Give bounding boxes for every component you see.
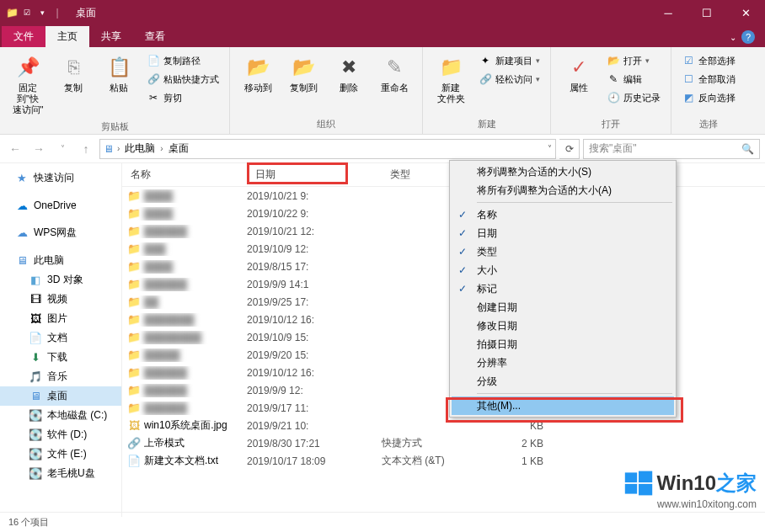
watermark-url: www.win10xitong.com	[623, 498, 757, 510]
newitem-button[interactable]: ✦新建项目 ▾	[475, 52, 543, 69]
file-icon: 📁	[127, 331, 141, 344]
sidebar-item-3d[interactable]: ◧3D 对象	[0, 270, 121, 290]
main-area: ★快速访问 ☁OneDrive ☁WPS网盘 🖥此电脑 ◧3D 对象 🎞视频 🖼…	[0, 163, 765, 517]
ctx-rating[interactable]: 分级	[452, 372, 674, 391]
minimize-button[interactable]: ─	[649, 0, 687, 25]
file-date: 2019/8/15 17:	[247, 261, 382, 273]
help-icon[interactable]: ?	[741, 30, 755, 44]
maximize-button[interactable]: ☐	[687, 0, 726, 25]
newfolder-button[interactable]: 📁新建 文件夹	[430, 51, 472, 108]
sidebar-item-quick[interactable]: ★快速访问	[0, 168, 121, 188]
ctx-type[interactable]: ✓类型	[452, 242, 674, 261]
column-context-menu: 将列调整为合适的大小(S) 将所有列调整为合适的大小(A) ✓名称 ✓日期 ✓类…	[449, 160, 677, 418]
open-button[interactable]: 📂打开 ▾	[603, 52, 664, 69]
sidebar-item-localc[interactable]: 💽本地磁盘 (C:)	[0, 406, 121, 425]
ctx-size[interactable]: ✓大小	[452, 261, 674, 279]
ribbon-tabs: 文件 主页 共享 查看 ⌄ ?	[0, 25, 765, 47]
pc-icon: 🖥	[15, 254, 29, 268]
back-button[interactable]: ←	[5, 139, 25, 159]
pin-quickaccess-button[interactable]: 📌 固定到"快 速访问"	[7, 51, 49, 119]
copy-button[interactable]: ⎘ 复制	[52, 51, 94, 97]
close-button[interactable]: ✕	[726, 0, 765, 25]
pasteshortcut-button[interactable]: 🔗粘贴快捷方式	[143, 71, 222, 88]
table-row[interactable]: 🔗上帝模式2019/8/30 17:21快捷方式2 KB	[122, 434, 765, 452]
ctx-other[interactable]: 其他(M)...	[452, 396, 674, 415]
forward-button[interactable]: →	[29, 139, 49, 159]
selectnone-button[interactable]: ☐全部取消	[678, 71, 739, 88]
breadcrumb-desktop[interactable]: 桌面	[167, 141, 190, 156]
sidebar-item-wps[interactable]: ☁WPS网盘	[0, 223, 121, 242]
table-row[interactable]: 📄新建文本文档.txt2019/10/17 18:09文本文档 (&T)1 KB	[122, 452, 765, 470]
invert-button[interactable]: ◩反向选择	[678, 89, 739, 106]
sidebar-item-filee[interactable]: 💽文件 (E:)	[0, 444, 121, 464]
ctx-modified[interactable]: 修改日期	[452, 317, 674, 335]
help-area[interactable]: ⌄ ?	[720, 27, 765, 47]
qat-dropdown[interactable]: ▾	[35, 6, 49, 19]
paste-button[interactable]: 📋 粘贴	[98, 51, 140, 97]
address-path[interactable]: 🖥 › 此电脑 › 桌面 ˅	[99, 139, 556, 159]
search-box[interactable]: 搜索"桌面" 🔍	[583, 139, 760, 159]
edit-button[interactable]: ✎编辑	[603, 71, 664, 88]
tab-file[interactable]: 文件	[2, 26, 45, 47]
search-icon[interactable]: 🔍	[741, 143, 754, 155]
file-date: 2019/9/9 12:	[247, 385, 382, 396]
cut-button[interactable]: ✂剪切	[143, 89, 222, 106]
sidebar-item-documents[interactable]: 📄文档	[0, 328, 121, 348]
col-date[interactable]: 日期	[247, 168, 382, 182]
ctx-created[interactable]: 创建日期	[452, 298, 674, 317]
sidebar-item-usb[interactable]: 💽老毛桃U盘	[0, 464, 121, 483]
sidebar-item-thispc[interactable]: 🖥此电脑	[0, 251, 121, 270]
file-name: 上帝模式	[144, 436, 185, 450]
rename-button[interactable]: ✎重命名	[373, 51, 415, 97]
history-button[interactable]: 🕘历史记录	[603, 89, 664, 106]
refresh-button[interactable]: ⟳	[559, 139, 580, 159]
ctx-tag[interactable]: ✓标记	[452, 279, 674, 298]
sidebar-item-downloads[interactable]: ⬇下载	[0, 348, 121, 367]
sidebar-item-videos[interactable]: 🎞视频	[0, 290, 121, 309]
tab-share[interactable]: 共享	[89, 26, 133, 47]
star-icon: ★	[15, 172, 29, 185]
qat-icon[interactable]: ☑	[20, 6, 34, 19]
ctx-fit-column[interactable]: 将列调整为合适的大小(S)	[452, 162, 674, 181]
easyaccess-button[interactable]: 🔗轻松访问 ▾	[475, 71, 543, 88]
ctx-date[interactable]: ✓日期	[452, 224, 674, 242]
up-button[interactable]: ↑	[76, 139, 96, 159]
svg-rect-0	[624, 472, 636, 482]
properties-button[interactable]: ✓属性	[558, 51, 600, 97]
sidebar-item-onedrive[interactable]: ☁OneDrive	[0, 196, 121, 215]
sidebar-item-desktop[interactable]: 🖥桌面	[0, 386, 121, 406]
video-icon: 🎞	[29, 293, 42, 306]
sidebar-item-softd[interactable]: 💽软件 (D:)	[0, 425, 121, 444]
breadcrumb-thispc[interactable]: 此电脑	[123, 141, 157, 156]
copypath-button[interactable]: 📄复制路径	[143, 52, 222, 69]
navigation-pane: ★快速访问 ☁OneDrive ☁WPS网盘 🖥此电脑 ◧3D 对象 🎞视频 🖼…	[0, 163, 122, 517]
table-row[interactable]: 🖼win10系统桌面.jpg2019/9/21 10:KB	[122, 417, 765, 434]
check-icon: ✓	[458, 246, 467, 258]
selectnone-icon: ☐	[682, 72, 695, 86]
recent-dropdown[interactable]: ˅	[52, 139, 72, 159]
chevron-icon[interactable]: ›	[117, 144, 120, 153]
ctx-resolution[interactable]: 分辨率	[452, 354, 674, 372]
sidebar-item-music[interactable]: 🎵音乐	[0, 367, 121, 386]
ctx-fit-all[interactable]: 将所有列调整为合适的大小(A)	[452, 181, 674, 200]
sidebar-item-pictures[interactable]: 🖼图片	[0, 309, 121, 328]
tab-view[interactable]: 查看	[133, 26, 177, 47]
copyto-button[interactable]: 📂复制到	[282, 51, 324, 97]
file-icon: 🔗	[127, 437, 141, 450]
window-controls: ─ ☐ ✕	[649, 0, 765, 25]
group-open-label: 打开	[558, 116, 664, 132]
usb-icon: 💽	[29, 467, 42, 481]
col-name[interactable]: 名称	[122, 168, 247, 182]
ctx-taken[interactable]: 拍摄日期	[452, 335, 674, 354]
ctx-name[interactable]: ✓名称	[452, 205, 674, 224]
selectall-button[interactable]: ☑全部选择	[678, 52, 739, 69]
cube-icon: ◧	[29, 274, 42, 287]
moveto-button[interactable]: 📂移动到	[237, 51, 279, 97]
file-name: ██████	[144, 402, 187, 414]
delete-button[interactable]: ✖删除	[328, 51, 370, 97]
path-dropdown[interactable]: ˅	[548, 144, 552, 153]
file-date: 2019/10/17 18:09	[247, 455, 382, 467]
tab-home[interactable]: 主页	[45, 26, 89, 47]
collapse-ribbon-icon[interactable]: ⌄	[730, 33, 736, 42]
chevron-icon[interactable]: ›	[160, 144, 163, 153]
